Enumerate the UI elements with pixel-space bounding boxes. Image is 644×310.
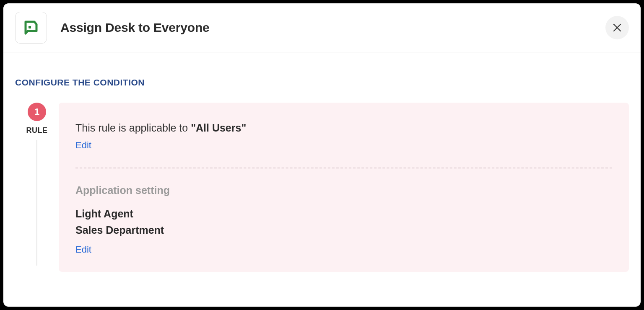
- rule-layout: 1 RULE This rule is applicable to "All U…: [15, 103, 629, 272]
- rule-side: 1 RULE: [15, 103, 59, 266]
- close-button[interactable]: [605, 16, 629, 39]
- rule-number-badge: 1: [28, 103, 46, 121]
- application-setting-values: Light Agent Sales Department: [75, 206, 612, 238]
- close-icon: [612, 23, 622, 33]
- dialog-header: Assign Desk to Everyone: [3, 3, 641, 52]
- rule-card: This rule is applicable to "All Users" E…: [59, 103, 629, 272]
- dialog-content: CONFIGURE THE CONDITION 1 RULE This rule…: [3, 52, 641, 307]
- svg-rect-0: [29, 26, 31, 28]
- dialog-window: Assign Desk to Everyone CONFIGURE THE CO…: [3, 3, 641, 307]
- app-icon: [15, 12, 47, 44]
- setting-value: Light Agent: [75, 206, 612, 222]
- rule-applicable-text: This rule is applicable to "All Users": [75, 122, 612, 134]
- applicable-target: "All Users": [191, 122, 246, 134]
- setting-value: Sales Department: [75, 222, 612, 238]
- dialog-title: Assign Desk to Everyone: [60, 21, 210, 35]
- application-setting-heading: Application setting: [75, 184, 612, 196]
- dashed-divider: [75, 168, 612, 168]
- applicable-prefix: This rule is applicable to: [75, 122, 191, 134]
- rule-label: RULE: [26, 126, 48, 135]
- rule-connector-line: [36, 140, 37, 266]
- section-heading: CONFIGURE THE CONDITION: [15, 78, 629, 88]
- edit-settings-link[interactable]: Edit: [75, 244, 91, 255]
- desk-app-icon: [22, 18, 40, 37]
- edit-applicable-link[interactable]: Edit: [75, 140, 91, 151]
